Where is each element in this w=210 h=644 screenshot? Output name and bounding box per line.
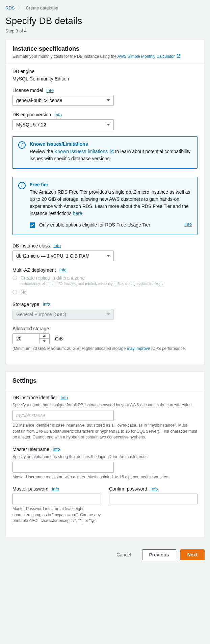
known-issues-callout: i Known Issues/Limitations Review the Kn… bbox=[12, 136, 198, 169]
license-info-link[interactable]: Info bbox=[46, 88, 54, 93]
multiaz-replica-radio bbox=[12, 276, 17, 280]
breadcrumb-current: Create database bbox=[26, 5, 58, 10]
allocated-storage-unit: GiB bbox=[55, 336, 63, 341]
previous-button[interactable]: Previous bbox=[142, 549, 176, 560]
breadcrumb: RDS 〉 Create database bbox=[5, 3, 205, 16]
multiaz-label: Multi-AZ deployment bbox=[12, 267, 56, 273]
free-tier-body-post: . bbox=[82, 211, 84, 216]
external-link-icon bbox=[110, 149, 114, 153]
caret-down-icon bbox=[43, 340, 46, 342]
allocated-storage-label: Allocated storage bbox=[12, 326, 49, 331]
page-title: Specify DB details bbox=[5, 16, 205, 26]
multiaz-replica-sub: redundancy, eliminate I/O freezes, and m… bbox=[21, 281, 164, 286]
external-link-icon bbox=[177, 54, 181, 58]
license-model-select[interactable]: general-public-license bbox=[12, 95, 114, 106]
engine-version-info-link[interactable]: Info bbox=[54, 112, 62, 117]
chevron-right-icon: 〉 bbox=[18, 5, 22, 11]
multiaz-replica-label: Create replica in different zone bbox=[21, 275, 164, 281]
username-input[interactable] bbox=[12, 462, 114, 473]
info-icon: i bbox=[18, 182, 26, 189]
allocated-help-pre: (Minimum: 20 GiB, Maximum: 20 GiB) Highe… bbox=[12, 346, 127, 351]
identifier-help: DB instance identifier is case insensiti… bbox=[12, 423, 198, 440]
free-tier-info-link[interactable]: Info bbox=[184, 222, 192, 227]
username-help: Master Username must start with a letter… bbox=[12, 474, 198, 480]
free-tier-checkbox-label: Only enable options eligible for RDS Fre… bbox=[39, 222, 180, 229]
chevron-down-icon bbox=[107, 99, 110, 101]
password-help: Master Password must be at least eight c… bbox=[12, 506, 101, 524]
password-label: Master password bbox=[12, 486, 49, 492]
password-info-link[interactable]: Info bbox=[52, 486, 59, 492]
cost-desc-text: Estimate your monthly costs for the DB I… bbox=[12, 54, 117, 59]
identifier-input[interactable] bbox=[12, 410, 114, 421]
license-model-label: License model bbox=[12, 88, 43, 93]
wizard-footer: Cancel Previous Next bbox=[5, 544, 205, 560]
allocated-storage-spinner[interactable] bbox=[12, 333, 50, 344]
multiaz-info-link[interactable]: Info bbox=[59, 267, 67, 272]
confirm-password-info-link[interactable]: Info bbox=[151, 486, 158, 492]
chevron-down-icon bbox=[107, 255, 110, 257]
engine-version-select[interactable]: MySQL 5.7.22 bbox=[12, 119, 114, 130]
monthly-calculator-link[interactable]: AWS Simple Monthly Calculator bbox=[117, 54, 181, 59]
free-tier-here-link[interactable]: here bbox=[73, 211, 82, 216]
info-icon: i bbox=[18, 141, 26, 149]
may-improve-link[interactable]: may improve bbox=[127, 346, 150, 351]
storage-type-info-link[interactable]: Info bbox=[43, 302, 50, 307]
step-indicator: Step 3 of 4 bbox=[5, 28, 205, 33]
allocated-storage-input[interactable] bbox=[13, 334, 39, 344]
next-button[interactable]: Next bbox=[180, 549, 205, 560]
settings-heading: Settings bbox=[12, 377, 198, 384]
known-issues-pre: Review the bbox=[30, 149, 54, 154]
chevron-down-icon bbox=[107, 313, 110, 315]
identifier-label: DB instance identifier bbox=[12, 395, 57, 400]
allocated-storage-up[interactable] bbox=[40, 334, 49, 339]
settings-panel: Settings DB instance identifier Info Spe… bbox=[5, 372, 205, 537]
confirm-password-label: Confirm password bbox=[109, 486, 147, 492]
free-tier-title: Free tier bbox=[30, 182, 192, 187]
username-desc: Specify an alphanumeric string that defi… bbox=[12, 454, 198, 460]
free-tier-checkbox[interactable] bbox=[30, 222, 35, 228]
instance-class-label: DB instance class bbox=[12, 243, 50, 248]
db-engine-label: DB engine bbox=[12, 69, 34, 74]
instance-class-select[interactable]: db.t2.micro — 1 vCPU, 1 GiB RAM bbox=[12, 251, 114, 261]
identifier-desc: Specify a name that is unique for all DB… bbox=[12, 402, 198, 408]
username-info-link[interactable]: Info bbox=[53, 447, 60, 452]
confirm-password-input[interactable] bbox=[109, 494, 198, 504]
caret-up-icon bbox=[43, 335, 46, 337]
multiaz-no-label: No bbox=[21, 289, 27, 295]
engine-version-label: DB engine version bbox=[12, 112, 51, 117]
instance-specifications-panel: Instance specifications Estimate your mo… bbox=[5, 40, 205, 365]
storage-type-label: Storage type bbox=[12, 302, 39, 307]
allocated-storage-down[interactable] bbox=[40, 339, 49, 344]
free-tier-callout: i Free tier The Amazon RDS Free Tier pro… bbox=[12, 177, 198, 235]
free-tier-body: The Amazon RDS Free Tier provides a sing… bbox=[30, 189, 190, 216]
storage-type-select: General Purpose (SSD) bbox=[12, 309, 114, 320]
known-issues-link[interactable]: Known Issues/Limitations bbox=[54, 149, 115, 154]
check-icon bbox=[30, 223, 34, 227]
password-input[interactable] bbox=[12, 494, 101, 504]
known-issues-title: Known Issues/Limitations bbox=[30, 141, 192, 147]
identifier-info-link[interactable]: Info bbox=[60, 395, 68, 400]
allocated-help-post: IOPS performance. bbox=[150, 346, 186, 351]
breadcrumb-root-link[interactable]: RDS bbox=[5, 5, 15, 10]
db-engine-value: MySQL Community Edition bbox=[12, 76, 198, 81]
multiaz-no-radio bbox=[12, 290, 17, 294]
instance-spec-heading: Instance specifications bbox=[12, 45, 198, 52]
chevron-down-icon bbox=[107, 124, 110, 126]
username-label: Master username bbox=[12, 447, 49, 452]
cancel-button[interactable]: Cancel bbox=[110, 549, 138, 560]
instance-class-info-link[interactable]: Info bbox=[53, 243, 61, 248]
